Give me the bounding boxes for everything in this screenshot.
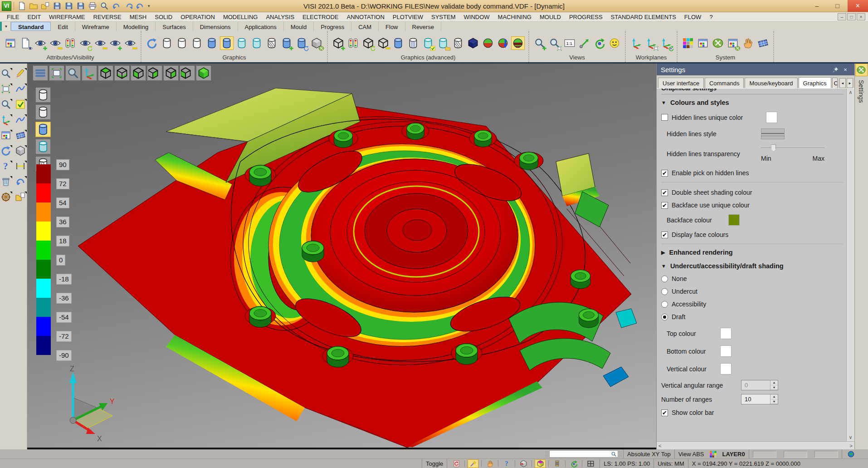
attributes-brush-icon[interactable] [4,36,17,50]
display-face-colours-checkbox[interactable] [661,232,668,238]
menu-electrode[interactable]: ELECTRODE [298,13,342,21]
print-icon[interactable] [87,0,98,11]
menu-annotation[interactable]: ANNOTATION [343,13,389,21]
sphere-direction-icon[interactable] [496,36,510,50]
menu-file[interactable]: FILE [3,13,23,21]
palette-window-icon[interactable] [696,36,710,50]
slider-thumb[interactable] [771,144,776,152]
open-part-icon[interactable] [40,0,51,11]
workplane-axes-icon[interactable] [629,36,643,50]
active-layer[interactable]: LAYER0 [719,449,749,458]
menu-reverse[interactable]: REVERSE [89,13,126,21]
open-file-icon[interactable] [28,0,39,11]
menu-wireframe[interactable]: WIREFRAME [45,13,89,21]
display-wireframe-icon[interactable] [35,87,51,103]
save-all-icon[interactable] [75,0,86,11]
menu-plotview[interactable]: PLOTVIEW [389,13,427,21]
menu-operation[interactable]: OPERATION [176,13,219,21]
new-document-icon[interactable] [16,0,27,11]
tab-list-dropdown[interactable]: ▼ [0,22,11,31]
refresh-card-icon[interactable] [451,459,462,468]
solid-add-icon[interactable] [332,36,345,50]
cylinder-shaded-icon[interactable] [391,36,405,50]
show-entities-icon[interactable] [34,36,47,50]
fit-view-icon[interactable] [0,84,12,95]
backface-unique-checkbox[interactable] [661,202,668,209]
radio-draft[interactable] [661,314,668,320]
tab-flow[interactable]: Flow [379,22,405,31]
attributes-palette-icon[interactable] [0,130,12,142]
zoom-solid-icon[interactable] [0,99,12,111]
solid-show-hide-icon[interactable] [376,36,390,50]
tab-applications[interactable]: Applications [238,22,284,31]
refresh-visibility-icon[interactable] [78,36,92,50]
menu-window[interactable]: WINDOW [460,13,494,21]
face-shading-icon[interactable] [535,459,546,468]
solid-traffic-light-icon[interactable] [346,36,360,50]
section-colours-styles[interactable]: ▼Colours and styles [661,99,844,106]
radio-none[interactable] [661,276,668,282]
graphics-viewport[interactable]: 90 72 54 36 18 0 -18 -36 -54 -72 -90 [27,64,656,449]
radio-undercut[interactable] [661,288,668,295]
tab-edit[interactable]: Edit [51,22,75,31]
cube-left-view-icon[interactable] [180,65,195,81]
measure-distance-icon[interactable] [15,161,27,172]
save-icon[interactable] [52,0,63,11]
table-settings-icon[interactable] [726,36,740,50]
units[interactable]: Units: MM [653,459,688,468]
hatched-mode-icon[interactable] [265,36,278,50]
wireframe-mode-icon[interactable] [160,36,174,50]
redo-icon[interactable] [122,0,133,11]
section-enhanced-rendering[interactable]: ▶Enhanced rendering [661,249,844,256]
child-close-button[interactable]: × [857,13,865,20]
zoom-in-icon[interactable] [533,36,546,50]
workplane-from-geometry-icon[interactable] [644,36,658,50]
sphere-analysis-icon[interactable] [481,36,495,50]
show-hide-toggle-icon[interactable] [93,36,107,50]
shading-options-icon[interactable] [310,36,323,50]
dashed-hidden-mode-icon[interactable] [190,36,204,50]
show-all-icon[interactable] [108,36,122,50]
workplane-axes-icon[interactable] [0,114,12,126]
settings-tab-user-interface[interactable]: User interface [658,78,704,88]
fit-view-icon[interactable] [49,65,64,81]
open-part-file-icon[interactable] [15,192,27,203]
solid-cube-icon[interactable] [15,145,27,157]
quick-access-dropdown[interactable]: ▾ [146,4,152,8]
settings-tab-partial[interactable]: C [832,78,838,88]
grid-sheet-icon[interactable] [756,36,770,50]
menu-progress[interactable]: PROGRESS [565,13,607,21]
pan-zoom-icon[interactable] [0,68,12,80]
cylinder-note-icon[interactable] [436,36,450,50]
toggle-button[interactable]: Toggle [422,459,447,468]
tab-dimensions[interactable]: Dimensions [193,22,238,31]
undo-history-icon[interactable] [134,0,145,11]
erase-pencil-icon[interactable] [15,68,27,80]
settings-tab-commands[interactable]: Commands [705,78,744,88]
shaded-edges-mode-icon[interactable] [205,36,219,50]
tab-standard[interactable]: Standard [11,22,51,31]
machining-wheel-icon[interactable] [0,192,12,203]
display-translucent-icon[interactable] [35,139,51,154]
workplane-rotate-icon[interactable] [659,36,673,50]
ghost-mode-icon[interactable] [250,36,263,50]
hidden-lines-style-picker[interactable] [761,128,785,139]
hide-all-icon[interactable] [123,36,137,50]
number-of-ranges-spinner[interactable]: 10▲▼ [741,394,778,404]
magic-wand-icon[interactable] [468,459,478,468]
transparency-slider[interactable] [761,144,824,152]
menu-help[interactable]: ? [705,13,717,21]
cube-top-view-icon[interactable] [98,65,113,81]
settings-side-icon[interactable] [855,64,868,76]
layers-stack-icon[interactable] [551,459,562,468]
tab-scroll-left-icon[interactable]: ◂ [839,78,846,88]
context-help-icon[interactable] [501,459,512,468]
tab-progress[interactable]: Progress [314,22,351,31]
print-preview-icon[interactable] [99,0,110,11]
zoom-previous-icon[interactable] [65,65,81,81]
globe-icon[interactable] [846,450,857,458]
tab-cam[interactable]: CAM [351,22,379,31]
save-as-icon[interactable] [63,0,74,11]
context-help-icon[interactable] [0,161,12,172]
cube-right-view-icon[interactable] [163,65,179,81]
